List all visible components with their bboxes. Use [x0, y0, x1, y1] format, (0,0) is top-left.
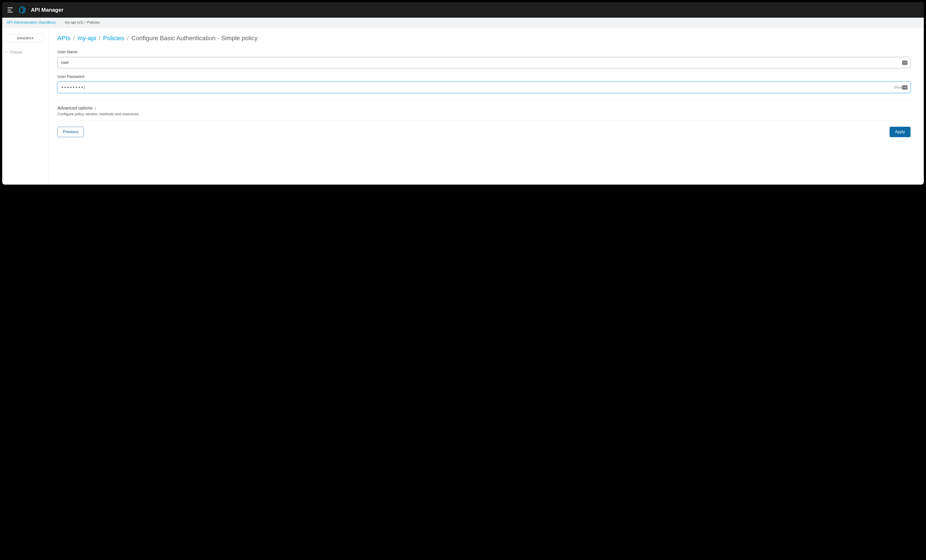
apply-button[interactable]: Apply	[890, 127, 911, 137]
environment-badge: SANDBOX	[7, 34, 44, 42]
crumb-my-api[interactable]: my-api	[77, 35, 96, 42]
arrow-left-icon: ←	[5, 50, 8, 54]
crumb-current: Configure Basic Authentication - Simple …	[132, 35, 257, 42]
password-label: User Password	[57, 74, 911, 79]
advanced-options-label: Advanced options	[57, 106, 92, 110]
sidebar-back-label: Policies	[10, 50, 22, 54]
sidebar-back-policies[interactable]: ← Policies	[2, 48, 48, 56]
page-title-breadcrumb: APIs / my-api / Policies / Configure Bas…	[57, 35, 911, 42]
credential-picker-icon[interactable]	[902, 85, 908, 90]
breadcrumb-current: my-api (v1) - Policies	[60, 18, 104, 27]
menu-icon[interactable]	[8, 8, 14, 12]
username-label: User Name	[57, 50, 911, 54]
advanced-options-description: Configure policy version, methods and re…	[57, 112, 911, 117]
sidebar: SANDBOX ← Policies	[2, 27, 48, 185]
advanced-options-toggle[interactable]: Advanced options ›	[57, 106, 911, 110]
chevron-right-icon: ›	[95, 106, 96, 110]
credential-picker-icon[interactable]	[902, 61, 908, 65]
password-input[interactable]: ••••••••	[57, 82, 911, 93]
crumb-apis[interactable]: APIs	[57, 35, 70, 42]
logo-icon	[19, 6, 26, 14]
topbar: API Manager	[2, 2, 924, 18]
crumb-policies[interactable]: Policies	[103, 35, 124, 42]
previous-button[interactable]: Previous	[57, 127, 84, 137]
username-input[interactable]	[57, 57, 911, 68]
show-password-toggle[interactable]: Show	[894, 85, 903, 89]
divider	[57, 120, 911, 121]
breadcrumb: API Administration (Sandbox) my-api (v1)…	[2, 18, 924, 27]
app-title: API Manager	[31, 7, 64, 13]
breadcrumb-link-admin[interactable]: API Administration (Sandbox)	[2, 18, 60, 27]
main-content: APIs / my-api / Policies / Configure Bas…	[48, 27, 924, 185]
